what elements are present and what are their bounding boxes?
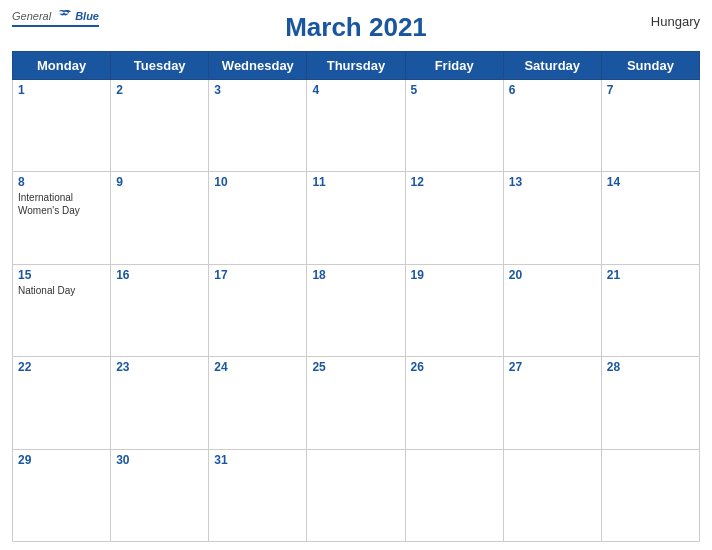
day-number: 1 xyxy=(18,83,105,97)
day-number: 9 xyxy=(116,175,203,189)
day-number: 3 xyxy=(214,83,301,97)
calendar-day-cell: 31 xyxy=(209,449,307,541)
day-number: 27 xyxy=(509,360,596,374)
calendar-day-cell: 20 xyxy=(503,264,601,356)
calendar-page: General Blue March 2021 Hungary Monday T… xyxy=(0,0,712,550)
calendar-day-cell: 29 xyxy=(13,449,111,541)
day-number: 5 xyxy=(411,83,498,97)
day-number: 17 xyxy=(214,268,301,282)
day-number: 30 xyxy=(116,453,203,467)
day-number: 12 xyxy=(411,175,498,189)
day-number: 11 xyxy=(312,175,399,189)
calendar-week-row: 15National Day161718192021 xyxy=(13,264,700,356)
day-number: 13 xyxy=(509,175,596,189)
country-label: Hungary xyxy=(651,14,700,29)
calendar-day-cell: 24 xyxy=(209,357,307,449)
day-number: 6 xyxy=(509,83,596,97)
calendar-header: General Blue March 2021 Hungary xyxy=(12,8,700,47)
event-label: National Day xyxy=(18,284,105,297)
col-friday: Friday xyxy=(405,52,503,80)
col-monday: Monday xyxy=(13,52,111,80)
col-thursday: Thursday xyxy=(307,52,405,80)
calendar-day-cell: 14 xyxy=(601,172,699,264)
calendar-day-cell: 18 xyxy=(307,264,405,356)
calendar-day-cell: 22 xyxy=(13,357,111,449)
day-number: 15 xyxy=(18,268,105,282)
day-number: 23 xyxy=(116,360,203,374)
logo-blue-text: Blue xyxy=(75,10,99,22)
day-number: 10 xyxy=(214,175,301,189)
day-number: 24 xyxy=(214,360,301,374)
day-number: 14 xyxy=(607,175,694,189)
calendar-week-row: 1234567 xyxy=(13,80,700,172)
day-number: 31 xyxy=(214,453,301,467)
logo-underline xyxy=(12,25,99,27)
calendar-day-cell: 9 xyxy=(111,172,209,264)
calendar-day-cell: 16 xyxy=(111,264,209,356)
calendar-day-cell: 6 xyxy=(503,80,601,172)
calendar-header-row: Monday Tuesday Wednesday Thursday Friday… xyxy=(13,52,700,80)
calendar-week-row: 22232425262728 xyxy=(13,357,700,449)
calendar-day-cell: 3 xyxy=(209,80,307,172)
day-number: 19 xyxy=(411,268,498,282)
day-number: 26 xyxy=(411,360,498,374)
day-number: 29 xyxy=(18,453,105,467)
calendar-day-cell: 8International Women's Day xyxy=(13,172,111,264)
logo-area: General Blue xyxy=(12,8,99,27)
event-label: International Women's Day xyxy=(18,191,105,217)
logo-bird-icon xyxy=(55,8,73,24)
calendar-week-row: 8International Women's Day91011121314 xyxy=(13,172,700,264)
calendar-day-cell: 27 xyxy=(503,357,601,449)
col-wednesday: Wednesday xyxy=(209,52,307,80)
logo-general-text: General xyxy=(12,10,51,22)
day-number: 25 xyxy=(312,360,399,374)
day-number: 2 xyxy=(116,83,203,97)
day-number: 4 xyxy=(312,83,399,97)
calendar-day-cell: 19 xyxy=(405,264,503,356)
day-number: 7 xyxy=(607,83,694,97)
calendar-day-cell: 15National Day xyxy=(13,264,111,356)
calendar-day-cell: 30 xyxy=(111,449,209,541)
page-title: March 2021 xyxy=(285,12,427,43)
calendar-day-cell: 25 xyxy=(307,357,405,449)
calendar-day-cell: 1 xyxy=(13,80,111,172)
calendar-day-cell xyxy=(405,449,503,541)
day-number: 28 xyxy=(607,360,694,374)
calendar-day-cell: 21 xyxy=(601,264,699,356)
col-sunday: Sunday xyxy=(601,52,699,80)
col-saturday: Saturday xyxy=(503,52,601,80)
calendar-day-cell: 28 xyxy=(601,357,699,449)
calendar-day-cell xyxy=(601,449,699,541)
calendar-day-cell: 7 xyxy=(601,80,699,172)
calendar-table: Monday Tuesday Wednesday Thursday Friday… xyxy=(12,51,700,542)
calendar-week-row: 293031 xyxy=(13,449,700,541)
calendar-day-cell: 17 xyxy=(209,264,307,356)
calendar-day-cell: 11 xyxy=(307,172,405,264)
day-number: 22 xyxy=(18,360,105,374)
calendar-day-cell: 2 xyxy=(111,80,209,172)
calendar-day-cell xyxy=(503,449,601,541)
calendar-day-cell: 12 xyxy=(405,172,503,264)
day-number: 20 xyxy=(509,268,596,282)
calendar-day-cell: 4 xyxy=(307,80,405,172)
day-number: 21 xyxy=(607,268,694,282)
calendar-day-cell: 26 xyxy=(405,357,503,449)
calendar-day-cell: 5 xyxy=(405,80,503,172)
day-number: 16 xyxy=(116,268,203,282)
calendar-day-cell: 13 xyxy=(503,172,601,264)
day-number: 8 xyxy=(18,175,105,189)
calendar-day-cell: 10 xyxy=(209,172,307,264)
calendar-day-cell xyxy=(307,449,405,541)
day-number: 18 xyxy=(312,268,399,282)
col-tuesday: Tuesday xyxy=(111,52,209,80)
calendar-day-cell: 23 xyxy=(111,357,209,449)
logo-text: General Blue xyxy=(12,8,99,24)
